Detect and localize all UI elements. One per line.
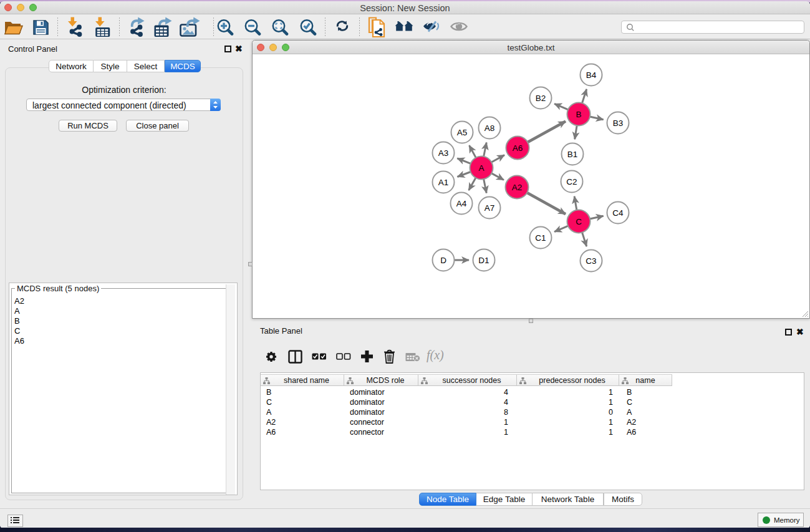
svg-text:D1: D1: [478, 256, 489, 265]
svg-text:A2: A2: [512, 183, 523, 192]
svg-text:C2: C2: [566, 177, 577, 186]
svg-text:B3: B3: [613, 118, 624, 128]
svg-text:B1: B1: [567, 150, 578, 159]
svg-text:A: A: [478, 163, 484, 173]
svg-text:B2: B2: [536, 94, 546, 103]
svg-text:A3: A3: [438, 148, 449, 158]
svg-text:D: D: [440, 256, 446, 265]
svg-text:A8: A8: [485, 123, 495, 133]
svg-text:A6: A6: [513, 143, 523, 153]
svg-text:C1: C1: [535, 233, 546, 243]
svg-text:C4: C4: [612, 208, 624, 218]
svg-text:B: B: [576, 110, 581, 119]
svg-text:C: C: [576, 217, 582, 226]
svg-text:C3: C3: [586, 256, 596, 266]
svg-text:A4: A4: [456, 199, 467, 208]
svg-text:B4: B4: [586, 70, 597, 80]
svg-text:A5: A5: [457, 128, 468, 137]
svg-text:A1: A1: [438, 178, 449, 187]
svg-text:A7: A7: [485, 203, 495, 213]
